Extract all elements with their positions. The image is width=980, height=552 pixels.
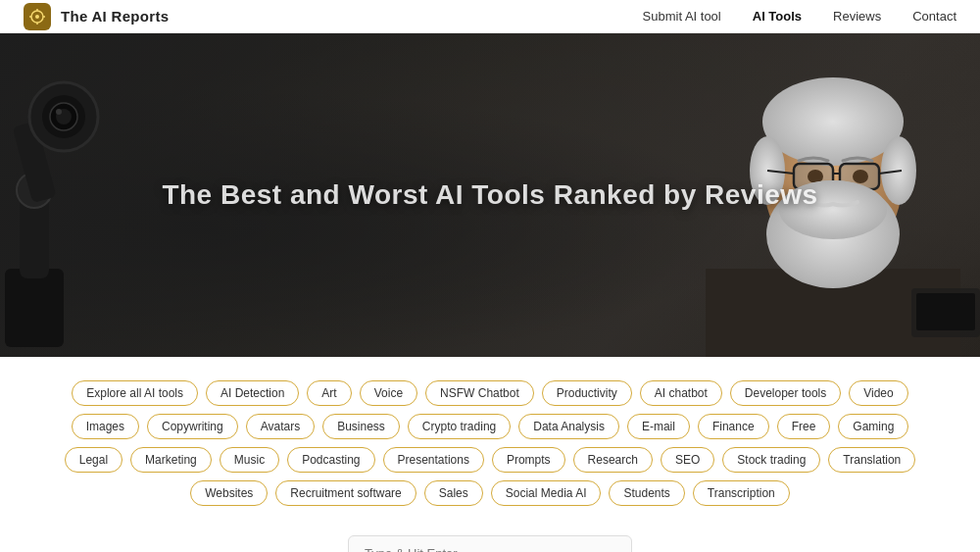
svg-rect-35 [916, 293, 975, 330]
nav-link-ai-tools[interactable]: AI Tools [753, 9, 802, 24]
filter-tag-video[interactable]: Video [849, 380, 907, 406]
filter-tag-sales[interactable]: Sales [424, 480, 483, 506]
nav-links: Submit AI toolAI ToolsReviewsContact [643, 9, 956, 24]
filter-tag-social-media-ai[interactable]: Social Media AI [491, 480, 602, 506]
filter-tag-explore-all-ai-tools[interactable]: Explore all AI tools [72, 380, 198, 406]
hero-text: The Best and Worst AI Tools Ranked by Re… [162, 179, 817, 211]
filter-tag-e-mail[interactable]: E-mail [627, 414, 690, 439]
navbar: The AI Reports Submit AI toolAI ToolsRev… [0, 0, 980, 33]
filter-tags: Explore all AI toolsAI DetectionArtVoice… [59, 380, 921, 506]
nav-link-reviews[interactable]: Reviews [833, 9, 881, 24]
filter-tag-ai-chatbot[interactable]: AI chatbot [640, 380, 722, 406]
filter-tag-prompts[interactable]: Prompts [492, 447, 565, 473]
filter-tag-translation[interactable]: Translation [828, 447, 915, 473]
filter-tag-recruitment-software[interactable]: Recruitment software [275, 480, 416, 506]
filter-tag-music[interactable]: Music [220, 447, 279, 473]
hero-section: The Best and Worst AI Tools Ranked by Re… [0, 33, 980, 357]
filter-tag-free[interactable]: Free [777, 414, 831, 439]
filter-tag-legal[interactable]: Legal [65, 447, 122, 473]
search-input[interactable] [348, 535, 632, 552]
filter-tag-crypto-trading[interactable]: Crypto trading [408, 414, 511, 439]
filter-tag-websites[interactable]: Websites [190, 480, 268, 506]
brand-title: The AI Reports [61, 8, 169, 25]
filter-tag-stock-trading[interactable]: Stock trading [722, 447, 820, 473]
filter-tag-marketing[interactable]: Marketing [130, 447, 212, 473]
filter-tag-research[interactable]: Research [573, 447, 653, 473]
filter-tag-avatars[interactable]: Avatars [246, 414, 315, 439]
filter-tag-transcription[interactable]: Transcription [693, 480, 790, 506]
brand: The AI Reports [24, 3, 169, 30]
svg-rect-6 [5, 269, 64, 347]
filter-tag-ai-detection[interactable]: AI Detection [206, 380, 299, 406]
filter-tag-finance[interactable]: Finance [698, 414, 769, 439]
filter-tag-business[interactable]: Business [322, 414, 400, 439]
filter-tag-data-analysis[interactable]: Data Analysis [518, 414, 619, 439]
filter-tag-seo[interactable]: SEO [661, 447, 714, 473]
filter-tag-students[interactable]: Students [609, 480, 684, 506]
robot-arm-decoration [0, 73, 181, 357]
svg-point-1 [35, 15, 39, 19]
filter-tag-productivity[interactable]: Productivity [542, 380, 632, 406]
filter-tag-presentations[interactable]: Presentations [383, 447, 484, 473]
svg-point-20 [762, 77, 904, 166]
filter-tag-nsfw-chatbot[interactable]: NSFW Chatbot [425, 380, 534, 406]
filter-tag-voice[interactable]: Voice [360, 380, 417, 406]
filter-tag-copywriting[interactable]: Copywriting [147, 414, 238, 439]
filter-tag-images[interactable]: Images [72, 414, 139, 439]
filter-tag-gaming[interactable]: Gaming [838, 414, 908, 439]
filter-tag-developer-tools[interactable]: Developer tools [730, 380, 841, 406]
hero-title: The Best and Worst AI Tools Ranked by Re… [162, 179, 817, 211]
nav-link-contact[interactable]: Contact [912, 9, 956, 24]
filter-tag-podcasting[interactable]: Podcasting [287, 447, 374, 473]
filter-tag-art[interactable]: Art [307, 380, 351, 406]
nav-link-submit-ai-tool[interactable]: Submit AI tool [643, 9, 721, 24]
search-container [0, 522, 980, 552]
filter-section: Explore all AI toolsAI DetectionArtVoice… [0, 357, 980, 522]
svg-point-31 [853, 170, 868, 183]
brand-logo [24, 3, 51, 30]
svg-point-14 [56, 109, 62, 115]
